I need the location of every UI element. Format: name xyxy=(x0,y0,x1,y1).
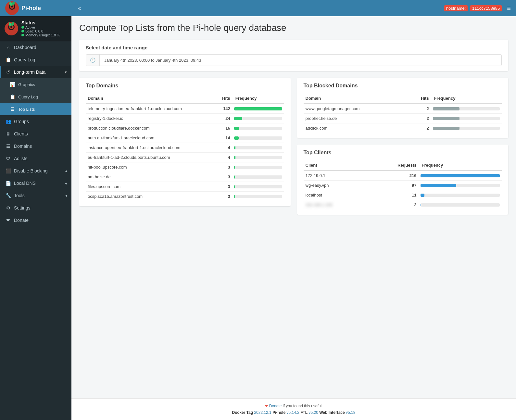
date-range-label: Select date and time range xyxy=(86,45,502,50)
sidebar-item-clients[interactable]: 🖥 Clients xyxy=(0,128,71,140)
freq-cell xyxy=(431,114,502,123)
top-blocked-tbody: www.googletagmanager.com 2 prophet.heise… xyxy=(304,104,502,133)
top-lists-columns: Top Domains Domain Hits Frequency teleme… xyxy=(79,78,508,221)
sidebar-label-top-lists: Top Lists xyxy=(18,107,67,112)
sidebar-item-dashboard[interactable]: ⌂ Dashboard xyxy=(0,41,71,54)
sidebar-item-donate[interactable]: ❤ Donate xyxy=(0,214,71,226)
freq-cell xyxy=(232,192,284,201)
footer-donate-line: ❤ Donate if you found this useful. xyxy=(79,404,508,408)
table-row: wg-easy.vpn 97 xyxy=(304,181,502,190)
ftl-label: FTL xyxy=(300,410,308,415)
sidebar-item-query-log[interactable]: 📋 Query Log xyxy=(0,54,71,66)
app-logo-text: Pi-hole xyxy=(21,5,41,12)
sidebar-label-donate: Donate xyxy=(14,218,67,223)
sidebar-item-graphics[interactable]: 📊 Graphics xyxy=(0,78,71,91)
col-freq-blocked-header: Frequency xyxy=(431,93,502,104)
adlists-icon: 🛡 xyxy=(6,156,11,161)
requests-cell: 3 xyxy=(370,200,419,210)
sidebar-item-local-dns[interactable]: 📄 Local DNS ◂ xyxy=(0,177,71,189)
footer-donate-link[interactable]: Donate xyxy=(269,404,282,408)
status-title: Status xyxy=(21,20,60,25)
top-domains-card: Top Domains Domain Hits Frequency teleme… xyxy=(79,78,291,206)
graphics-icon: 📊 xyxy=(10,82,15,87)
sidebar-item-long-term-data[interactable]: ↺ Long-term Data ▾ xyxy=(0,66,71,78)
sidebar-collapse-button[interactable]: « xyxy=(78,5,81,12)
date-range-row[interactable]: 🕐 January 4th 2023, 00:00 to January 4th… xyxy=(86,54,502,66)
hamburger-menu-button[interactable]: ≡ xyxy=(507,5,511,12)
col-domain-blocked-header: Domain xyxy=(304,93,409,104)
col-hits-blocked-header: Hits xyxy=(409,93,431,104)
table-row: prophet.heise.de 2 xyxy=(304,114,502,123)
query-log-sub-icon: 📋 xyxy=(10,94,15,99)
freq-cell xyxy=(232,123,284,133)
domain-cell: telemetry-ingestion.eu-frankfurt-1.oracl… xyxy=(86,104,216,114)
footer-donate-suffix: if you found this useful. xyxy=(283,404,323,408)
top-domains-thead: Domain Hits Frequency xyxy=(86,93,284,104)
table-row: registry-1.docker.io 24 xyxy=(86,114,284,123)
top-clients-table: Client Requests Frequency 172.19.0.1 216… xyxy=(304,160,502,210)
sidebar-item-domains[interactable]: ☰ Domains xyxy=(0,140,71,152)
sidebar-item-settings[interactable]: ⚙ Settings xyxy=(0,202,71,214)
hits-cell: 3 xyxy=(216,192,232,201)
table-row: www.googletagmanager.com 2 xyxy=(304,104,502,114)
status-load-line: Load: 0 0 0 xyxy=(21,29,60,33)
client-cell: 192.168.1.100 xyxy=(304,200,370,210)
top-clients-thead: Client Requests Frequency xyxy=(304,160,502,171)
requests-cell: 11 xyxy=(370,190,419,200)
date-range-value: January 4th 2023, 00:00 to January 4th 2… xyxy=(100,55,501,66)
top-blocked-title: Top Blocked Domains xyxy=(304,83,502,89)
client-cell: 172.19.0.1 xyxy=(304,171,370,181)
disable-blocking-icon: ⬛ xyxy=(6,168,11,173)
status-active-line: Active xyxy=(21,25,60,29)
svg-point-3 xyxy=(11,6,13,7)
top-nav: Pi-hole « hostname: 111cc7158e85 ≡ xyxy=(0,0,516,16)
table-row: hit-pool.upscore.com 3 xyxy=(86,162,284,172)
sidebar-label-long-term-data: Long-term Data xyxy=(14,70,62,75)
docker-tag-value: 2022.12.1 xyxy=(254,410,271,415)
logo-area: Pi-hole xyxy=(5,1,77,15)
sidebar-label-query-log: Query Log xyxy=(14,57,67,62)
sidebar-label-dashboard: Dashboard xyxy=(14,45,67,50)
top-blocked-card: Top Blocked Domains Domain Hits Frequenc… xyxy=(297,78,509,138)
hits-cell: 4 xyxy=(216,153,232,162)
local-dns-arrow-icon: ◂ xyxy=(65,181,67,185)
freq-cell xyxy=(419,200,502,210)
hits-cell: 4 xyxy=(216,143,232,153)
sidebar-item-disable-blocking[interactable]: ⬛ Disable Blocking ◂ xyxy=(0,165,71,177)
sidebar-item-top-lists[interactable]: ☰ Top Lists xyxy=(0,103,71,115)
table-row: eu-frankfurt-1-ad-2.clouds.ports.ubuntu.… xyxy=(86,153,284,162)
table-row: instance-agent.eu-frankfurt-1.oci.oracle… xyxy=(86,143,284,153)
freq-cell xyxy=(232,143,284,153)
load-dot-icon xyxy=(21,30,24,32)
tools-arrow-icon: ◂ xyxy=(65,194,67,198)
clients-icon: 🖥 xyxy=(6,131,11,136)
sidebar-item-tools[interactable]: 🔧 Tools ◂ xyxy=(0,189,71,202)
table-row: localhost 11 xyxy=(304,190,502,200)
local-dns-icon: 📄 xyxy=(6,181,11,186)
disable-blocking-arrow-icon: ◂ xyxy=(65,169,67,173)
active-dot-icon xyxy=(21,26,24,29)
sidebar-item-adlists[interactable]: 🛡 Adlists xyxy=(0,152,71,165)
sidebar-item-query-log-sub[interactable]: 📋 Query Log xyxy=(0,91,71,103)
domain-cell: am.heise.de xyxy=(86,172,216,182)
freq-cell xyxy=(232,162,284,172)
domain-cell: prophet.heise.de xyxy=(304,114,409,123)
page-title: Compute Top Lists from the Pi-hole query… xyxy=(79,23,508,33)
hits-cell: 14 xyxy=(216,133,232,143)
sidebar-status: Status Active Load: 0 0 0 Memory usage: … xyxy=(0,16,71,41)
col-client-header: Client xyxy=(304,160,370,171)
sidebar-item-groups[interactable]: 👥 Groups xyxy=(0,115,71,128)
domain-cell: auth.eu-frankfurt-1.oraclecloud.com xyxy=(86,133,216,143)
top-lists-icon: ☰ xyxy=(10,107,15,112)
freq-cell xyxy=(232,172,284,182)
footer: ❤ Donate if you found this useful. Docke… xyxy=(71,398,516,420)
domain-cell: www.googletagmanager.com xyxy=(304,104,409,114)
sidebar-label-adlists: Adlists xyxy=(14,156,67,161)
top-clients-title: Top Clients xyxy=(304,150,502,156)
freq-cell xyxy=(232,133,284,143)
date-range-card: Select date and time range 🕐 January 4th… xyxy=(79,40,508,71)
dashboard-icon: ⌂ xyxy=(6,45,11,50)
clock-icon: 🕐 xyxy=(86,55,100,66)
settings-icon: ⚙ xyxy=(6,205,11,210)
requests-cell: 216 xyxy=(370,171,419,181)
